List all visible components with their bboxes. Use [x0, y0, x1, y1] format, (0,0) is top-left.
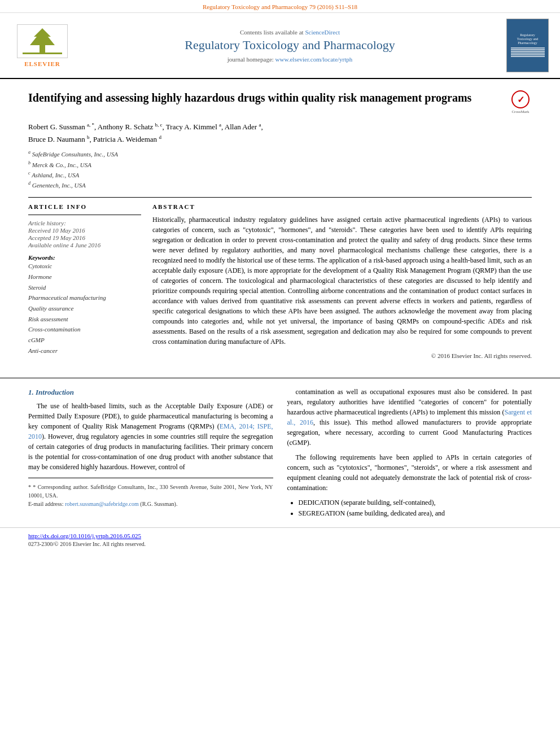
keywords-list: Cytotoxic Hormone Steroid Pharmaceutical… [28, 261, 141, 356]
section-title-text: Introduction [36, 388, 74, 396]
history-label: Article history: [28, 220, 141, 226]
abstract-section: ABSTRACT Historically, pharmaceutical in… [152, 203, 532, 361]
body-col-left: 1. Introduction The use of health-based … [28, 387, 273, 519]
paper-title: Identifying and assessing highly hazardo… [28, 90, 501, 105]
keyword-risk-assessment: Risk assessment [28, 314, 141, 325]
journal-homepage-line: journal homepage: www.elsevier.com/locat… [85, 56, 495, 63]
footer-doi: http://dx.doi.org/10.1016/j.yrtph.2016.0… [28, 532, 532, 539]
doi-link[interactable]: http://dx.doi.org/10.1016/j.yrtph.2016.0… [28, 532, 141, 539]
main-body: 1. Introduction The use of health-based … [0, 378, 560, 527]
crossmark-label: CrossMark [511, 110, 529, 114]
footnote-email-line: E-mail address: robert.sussman@safebridg… [28, 500, 273, 508]
footnote-section: * * Corresponding author. SafeBridge Con… [28, 478, 273, 508]
section-num: 1. [28, 388, 34, 396]
elsevier-brand-text: ELSEVIER [24, 60, 60, 67]
keyword-hormone: Hormone [28, 272, 141, 282]
homepage-link[interactable]: www.elsevier.com/locate/yrtph [275, 56, 353, 63]
affiliations: a SafeBridge Consultants, Inc., USA b Me… [28, 149, 532, 190]
svg-rect-2 [23, 53, 62, 54]
affiliation-c: Ashland, Inc., USA [32, 171, 79, 178]
email-note: (R.G. Sussman). [140, 501, 177, 507]
bullet-segregation: SEGREGATION (same building, dedicated ar… [299, 508, 532, 519]
contents-available-line: Contents lists available at ScienceDirec… [85, 29, 495, 36]
ema-link[interactable]: EMA, 2014; ISPE, 2010 [28, 422, 273, 440]
elsevier-svg-logo [20, 25, 65, 56]
sciencedirect-link[interactable]: ScienceDirect [305, 29, 340, 36]
journal-thumbnail: RegulatoryToxicology andPharmacology [506, 19, 549, 72]
bullet-dedication: DEDICATION (separate building, self-cont… [299, 497, 532, 508]
affiliation-b: Merck & Co., Inc., USA [32, 161, 91, 168]
email-label: E-mail address: [28, 501, 63, 507]
paper-title-section: Identifying and assessing highly hazardo… [28, 90, 532, 114]
abstract-header: ABSTRACT [152, 203, 532, 210]
keyword-pharma-mfg: Pharmaceutical manufacturing [28, 292, 141, 303]
paper-content: Identifying and assessing highly hazardo… [0, 79, 560, 372]
email-link[interactable]: robert.sussman@safebridge.com [65, 501, 139, 507]
article-info-divider [28, 215, 141, 215]
section-title-intro: 1. Introduction [28, 387, 273, 398]
intro-col2-p2: The following requirements have been app… [287, 452, 532, 493]
elsevier-logo-box [17, 24, 68, 58]
requirements-list: DEDICATION (separate building, self-cont… [287, 497, 532, 519]
journal-ref-text: Regulatory Toxicology and Pharmacology 7… [203, 3, 357, 10]
affiliation-a: SafeBridge Consultants, Inc., USA [32, 151, 118, 158]
journal-center-info: Contents lists available at ScienceDirec… [73, 29, 506, 63]
elsevier-logo: ELSEVIER [11, 24, 73, 67]
keyword-anticancer: Anti-cancer [28, 346, 141, 356]
article-info-column: ARTICLE INFO Article history: Received 1… [28, 203, 141, 361]
keyword-cytotoxic: Cytotoxic [28, 261, 141, 272]
keyword-cross-contamination: Cross-contamination [28, 324, 141, 335]
sargent-link[interactable]: Sargent et al., 2016 [287, 408, 532, 426]
crossmark-section: ✓ CrossMark [509, 90, 532, 114]
body-col-right: contamination as well as occupational ex… [287, 387, 532, 519]
available-date: Available online 4 June 2016 [28, 242, 141, 248]
homepage-label: journal homepage: [228, 56, 274, 63]
received-date: Received 10 May 2016 [28, 227, 141, 234]
footnote-corresponding: * * Corresponding author. SafeBridge Con… [28, 483, 273, 500]
crossmark-icon: ✓ [511, 90, 530, 108]
journal-title: Regulatory Toxicology and Pharmacology [85, 38, 495, 53]
copyright-line: © 2016 Elsevier Inc. All rights reserved… [152, 351, 532, 361]
footnote-corresponding-text: * Corresponding author. SafeBridge Consu… [28, 484, 273, 499]
header-divider [28, 197, 532, 198]
keywords-section: Keywords: Cytotoxic Hormone Steroid Phar… [28, 254, 141, 356]
journal-reference-bar: Regulatory Toxicology and Pharmacology 7… [0, 0, 560, 13]
accepted-date: Accepted 19 May 2016 [28, 234, 141, 241]
affiliation-d: Genentech, Inc., USA [32, 182, 86, 189]
intro-col2-p1: contamination as well as occupational ex… [287, 387, 532, 448]
keywords-title: Keywords: [28, 254, 141, 261]
footer-issn: 0273-2300/© 2016 Elsevier Inc. All right… [28, 541, 532, 547]
contents-label: Contents lists available at [240, 29, 304, 36]
keyword-quality-assurance: Quality assurance [28, 303, 141, 314]
article-info-abstract: ARTICLE INFO Article history: Received 1… [28, 203, 532, 361]
abstract-text: Historically, pharmaceutical industry re… [152, 215, 532, 361]
footer-section: http://dx.doi.org/10.1016/j.yrtph.2016.0… [0, 527, 560, 552]
abstract-paragraph: Historically, pharmaceutical industry re… [152, 215, 532, 347]
intro-col1-p1: The use of health-based limits, such as … [28, 401, 273, 472]
keyword-cgmp: cGMP [28, 335, 141, 346]
two-col-body: 1. Introduction The use of health-based … [28, 387, 532, 519]
keyword-steroid: Steroid [28, 282, 141, 293]
article-info-header: ARTICLE INFO [28, 203, 141, 210]
authors-line: Robert G. Sussman a, *, Anthony R. Schat… [28, 121, 532, 146]
journal-header: ELSEVIER Contents lists available at Sci… [0, 13, 560, 79]
article-history: Article history: Received 10 May 2016 Ac… [28, 220, 141, 248]
